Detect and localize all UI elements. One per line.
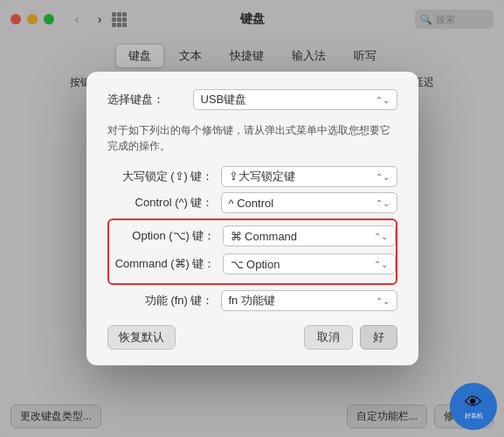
restore-defaults-button[interactable]: 恢复默认 xyxy=(107,325,176,350)
modifier-fn-label: 功能 (fn) 键： xyxy=(107,293,221,309)
option-arrow: ⌃⌄ xyxy=(374,232,388,241)
modifier-control-select[interactable]: ^ Control ⌃⌄ xyxy=(221,192,397,213)
modifier-control-label: Control (^) 键： xyxy=(107,195,221,211)
modifier-fn-value: fn 功能键 xyxy=(229,293,275,309)
capslock-arrow: ⌃⌄ xyxy=(376,172,390,182)
keyboard-selector-row: 选择键盘： USB键盘 ⌃⌄ xyxy=(107,89,397,110)
modifier-control-value: ^ Control xyxy=(229,197,274,210)
modifier-fn-select[interactable]: fn 功能键 ⌃⌄ xyxy=(221,290,397,311)
dialog-description: 对于如下列出的每个修饰键，请从弹出式菜单中选取您想要它完成的操作。 xyxy=(107,122,397,154)
confirm-buttons: 取消 好 xyxy=(304,325,397,350)
modifier-capslock-select[interactable]: ⇪大写锁定键 ⌃⌄ xyxy=(221,166,397,187)
keyboard-select[interactable]: USB键盘 ⌃⌄ xyxy=(193,89,397,110)
command-arrow: ⌃⌄ xyxy=(374,260,388,269)
modifier-row-capslock: 大写锁定 (⇪) 键： ⇪大写锁定键 ⌃⌄ xyxy=(107,166,397,187)
modifier-row-fn: 功能 (fn) 键： fn 功能键 ⌃⌄ xyxy=(107,290,397,311)
keyboard-value: USB键盘 xyxy=(201,92,247,108)
modifier-command-select[interactable]: ⌥ Option ⌃⌄ xyxy=(223,253,396,274)
modifier-command-value: ⌥ Option xyxy=(231,258,280,271)
modifier-option-label: Option (⌥) 键： xyxy=(109,228,223,244)
watermark-badge: 👁 好装机 xyxy=(450,383,497,430)
keyboard-select-arrow: ⌃⌄ xyxy=(376,95,390,105)
dialog-overlay: 选择键盘： USB键盘 ⌃⌄ 对于如下列出的每个修饰键，请从弹出式菜单中选取您想… xyxy=(0,0,504,437)
modifier-option-select[interactable]: ⌘ Command ⌃⌄ xyxy=(223,225,396,246)
keyboard-label: 选择键盘： xyxy=(107,92,186,108)
modifier-capslock-label: 大写锁定 (⇪) 键： xyxy=(107,169,221,184)
modifier-option-value: ⌘ Command xyxy=(231,230,298,243)
control-arrow: ⌃⌄ xyxy=(376,198,390,208)
watermark-label: 好装机 xyxy=(465,413,483,420)
modifier-capslock-value: ⇪大写锁定键 xyxy=(229,169,295,184)
fn-arrow: ⌃⌄ xyxy=(376,296,390,306)
watermark-icon: 👁 xyxy=(465,392,482,413)
modifier-row-option: Option (⌥) 键： ⌘ Command ⌃⌄ xyxy=(109,224,396,248)
dialog-buttons: 恢复默认 取消 好 xyxy=(107,325,397,350)
highlighted-rows: Option (⌥) 键： ⌘ Command ⌃⌄ Command (⌘) 键… xyxy=(107,218,397,285)
modifier-keys-dialog: 选择键盘： USB键盘 ⌃⌄ 对于如下列出的每个修饰键，请从弹出式菜单中选取您想… xyxy=(86,72,418,365)
main-window: ‹ › 键盘 🔍 搜索 键盘 文本 快捷键 输入法 听写 按键重复 重复前延迟 … xyxy=(0,0,504,437)
cancel-button[interactable]: 取消 xyxy=(304,325,353,350)
modifier-command-label: Command (⌘) 键： xyxy=(109,256,223,272)
modifier-row-control: Control (^) 键： ^ Control ⌃⌄ xyxy=(107,192,397,213)
ok-button[interactable]: 好 xyxy=(360,325,397,350)
modifier-row-command: Command (⌘) 键： ⌥ Option ⌃⌄ xyxy=(109,252,396,276)
